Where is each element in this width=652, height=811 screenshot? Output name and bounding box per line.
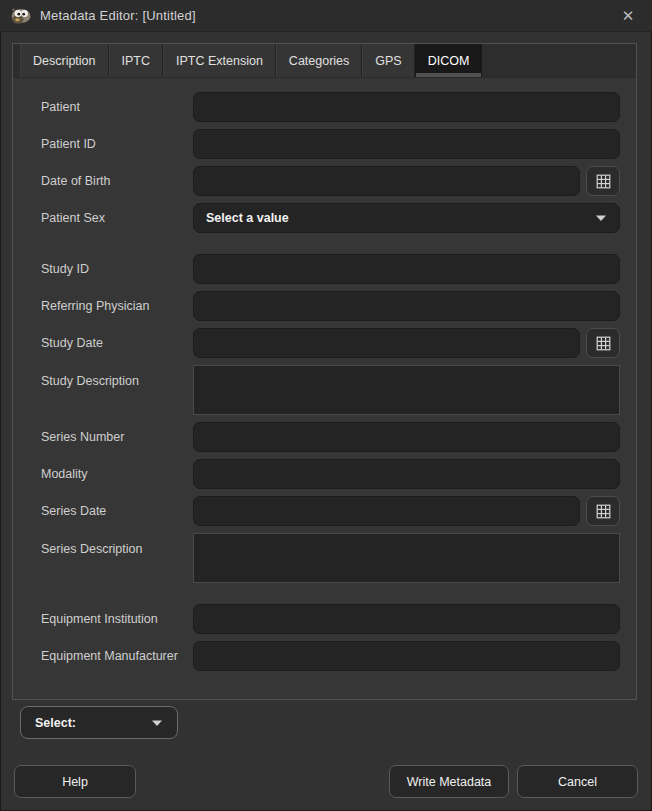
study-description-control <box>193 365 620 415</box>
date-of-birth-row: Date of Birth <box>28 166 620 196</box>
date-of-birth-label: Date of Birth <box>28 174 193 188</box>
patient-sex-dropdown[interactable]: Select a value <box>193 203 620 233</box>
series-date-input[interactable] <box>193 496 580 526</box>
study-date-control <box>193 328 620 358</box>
patient-sex-row: Patient SexSelect a value <box>28 203 620 233</box>
patient-id-control <box>193 129 620 159</box>
study-id-label: Study ID <box>28 262 193 276</box>
metadata-notebook: DescriptionIPTCIPTC ExtensionCategoriesG… <box>12 43 637 700</box>
equipment-institution-input[interactable] <box>193 604 620 634</box>
equipment-institution-control <box>193 604 620 634</box>
equipment-manufacturer-input[interactable] <box>193 641 620 671</box>
equipment-institution-label: Equipment Institution <box>28 612 193 626</box>
tab-bar: DescriptionIPTCIPTC ExtensionCategoriesG… <box>13 44 636 78</box>
series-description-label: Series Description <box>28 533 193 556</box>
tab-gps[interactable]: GPS <box>362 44 414 77</box>
date-of-birth-control <box>193 166 620 196</box>
dicom-tab-panel: PatientPatient IDDate of BirthPatient Se… <box>13 78 636 699</box>
field-group-3: Equipment InstitutionEquipment Manufactu… <box>28 604 620 671</box>
study-description-textarea[interactable] <box>193 365 620 415</box>
referring-physician-control <box>193 291 620 321</box>
window-title: Metadata Editor: [Untitled] <box>40 8 196 23</box>
chevron-down-icon <box>595 214 607 222</box>
patient-control <box>193 92 620 122</box>
calendar-grid-icon <box>595 503 612 520</box>
tab-iptc-extension[interactable]: IPTC Extension <box>163 44 276 77</box>
study-date-row: Study Date <box>28 328 620 358</box>
patient-sex-control: Select a value <box>193 203 620 233</box>
series-description-textarea[interactable] <box>193 533 620 583</box>
patient-row: Patient <box>28 92 620 122</box>
series-description-control <box>193 533 620 583</box>
study-description-row: Study Description <box>28 365 620 415</box>
tab-dicom[interactable]: DICOM <box>415 44 483 77</box>
tab-description[interactable]: Description <box>20 44 109 77</box>
chevron-down-icon <box>151 719 163 727</box>
equipment-manufacturer-control <box>193 641 620 671</box>
calendar-grid-icon <box>595 335 612 352</box>
referring-physician-label: Referring Physician <box>28 299 193 313</box>
patient-id-input[interactable] <box>193 129 620 159</box>
series-date-row: Series Date <box>28 496 620 526</box>
modality-row: Modality <box>28 459 620 489</box>
referring-physician-row: Referring Physician <box>28 291 620 321</box>
series-description-row: Series Description <box>28 533 620 583</box>
dicom-form: PatientPatient IDDate of BirthPatient Se… <box>28 92 620 671</box>
patient-sex-label: Patient Sex <box>28 211 193 225</box>
field-group-1: PatientPatient IDDate of BirthPatient Se… <box>28 92 620 233</box>
metadata-editor-window: { "window": { "title": "Metadata Editor:… <box>0 0 652 811</box>
series-date-calendar-button[interactable] <box>586 496 620 526</box>
patient-id-row: Patient ID <box>28 129 620 159</box>
tab-iptc[interactable]: IPTC <box>109 44 163 77</box>
study-id-control <box>193 254 620 284</box>
select-dropdown-label: Select: <box>35 716 76 730</box>
patient-sex-dropdown-value: Select a value <box>206 211 289 225</box>
series-number-label: Series Number <box>28 430 193 444</box>
write-metadata-button[interactable]: Write Metadata <box>389 765 509 798</box>
patient-input[interactable] <box>193 92 620 122</box>
series-number-control <box>193 422 620 452</box>
select-dropdown[interactable]: Select: <box>20 706 178 739</box>
close-icon[interactable]: ✕ <box>614 4 642 28</box>
modality-label: Modality <box>28 467 193 481</box>
field-group-2: Study IDReferring PhysicianStudy DateStu… <box>28 254 620 583</box>
series-number-row: Series Number <box>28 422 620 452</box>
series-date-label: Series Date <box>28 504 193 518</box>
equipment-manufacturer-label: Equipment Manufacturer <box>28 649 193 663</box>
patient-label: Patient <box>28 100 193 114</box>
study-description-label: Study Description <box>28 365 193 388</box>
equipment-manufacturer-row: Equipment Manufacturer <box>28 641 620 671</box>
patient-id-label: Patient ID <box>28 137 193 151</box>
series-number-input[interactable] <box>193 422 620 452</box>
action-bar: Help Write Metadata Cancel <box>14 765 638 798</box>
cancel-button[interactable]: Cancel <box>517 765 638 798</box>
date-of-birth-input[interactable] <box>193 166 580 196</box>
modality-control <box>193 459 620 489</box>
study-date-input[interactable] <box>193 328 580 358</box>
study-id-row: Study ID <box>28 254 620 284</box>
study-id-input[interactable] <box>193 254 620 284</box>
study-date-label: Study Date <box>28 336 193 350</box>
titlebar[interactable]: Metadata Editor: [Untitled] ✕ <box>0 0 652 32</box>
help-button[interactable]: Help <box>14 765 136 798</box>
referring-physician-input[interactable] <box>193 291 620 321</box>
study-date-calendar-button[interactable] <box>586 328 620 358</box>
gimp-wilber-icon <box>10 7 32 25</box>
date-of-birth-calendar-button[interactable] <box>586 166 620 196</box>
tab-categories[interactable]: Categories <box>276 44 362 77</box>
equipment-institution-row: Equipment Institution <box>28 604 620 634</box>
calendar-grid-icon <box>595 173 612 190</box>
series-date-control <box>193 496 620 526</box>
modality-input[interactable] <box>193 459 620 489</box>
